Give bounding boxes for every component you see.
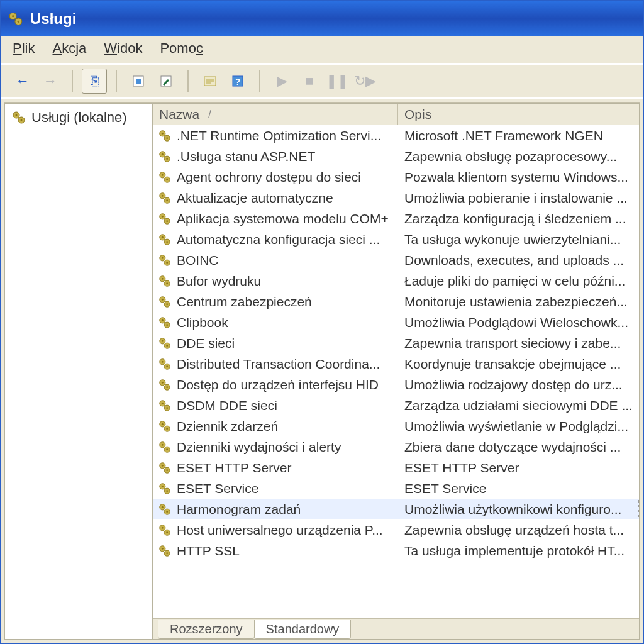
service-row[interactable]: Host uniwersalnego urządzenia P...Zapewn… [153, 519, 639, 540]
service-row[interactable]: Centrum zabezpieczeńMonitoruje ustawieni… [153, 291, 639, 312]
service-name: Agent ochrony dostępu do sieci [177, 170, 361, 185]
tree-root-item[interactable]: Usługi (lokalne) [9, 108, 148, 127]
gears-icon [158, 461, 172, 475]
service-name: ESET Service [177, 481, 258, 496]
menu-file[interactable]: Plik [13, 40, 35, 57]
stop-button[interactable]: ■ [297, 69, 322, 94]
client-area: Usługi (lokalne) Nazwa / Opis .NET Runti… [4, 102, 640, 640]
column-headers: Nazwa / Opis [153, 104, 639, 125]
service-name: DSDM DDE sieci [177, 398, 277, 413]
gears-icon [158, 170, 172, 184]
service-row[interactable]: Dostęp do urządzeń interfejsu HIDUmożliw… [153, 374, 639, 395]
service-desc: Zarządza udziałami sieciowymi DDE ... [398, 398, 639, 413]
gears-icon [158, 233, 172, 247]
service-row[interactable]: Agent ochrony dostępu do sieciPozwala kl… [153, 167, 639, 187]
back-button[interactable]: ← [10, 69, 35, 94]
forward-button[interactable]: → [38, 69, 63, 94]
gears-icon [158, 378, 172, 392]
service-name: Bufor wydruku [177, 274, 261, 289]
gears-icon [158, 357, 172, 371]
menu-help[interactable]: Pomoc [160, 40, 203, 57]
gears-icon [158, 544, 172, 558]
service-row[interactable]: .NET Runtime Optimization Servi...Micros… [153, 125, 639, 146]
gears-icon [158, 399, 172, 413]
service-row[interactable]: ESET ServiceESET Service [153, 478, 639, 499]
restart-button[interactable]: ↻▶ [352, 69, 377, 94]
export-button[interactable] [153, 69, 179, 94]
service-row[interactable]: DSDM DDE sieciZarządza udziałami sieciow… [153, 395, 639, 416]
service-row[interactable]: HTTP SSLTa usługa implementuje protokół … [153, 540, 639, 561]
service-desc: Umożliwia rodzajowy dostęp do urz... [398, 377, 639, 392]
tree-panel[interactable]: Usługi (lokalne) [4, 103, 152, 640]
service-name: Distributed Transaction Coordina... [177, 357, 380, 372]
service-desc: Zapewnia obsługę urządzeń hosta t... [398, 523, 639, 538]
service-name: Host uniwersalnego urządzenia P... [177, 523, 383, 538]
service-desc: Zarządza konfiguracją i śledzeniem ... [398, 211, 639, 226]
service-name: Automatyczna konfiguracja sieci ... [177, 232, 380, 247]
service-name: Aktualizacje automatyczne [177, 191, 333, 206]
service-name: Aplikacja systemowa modelu COM+ [177, 211, 389, 226]
service-desc: ESET HTTP Server [398, 460, 639, 475]
service-row[interactable]: Aktualizacje automatyczneUmożliwia pobie… [153, 187, 639, 208]
service-desc: Zapewnia obsługę pozaprocesowy... [398, 149, 639, 164]
service-desc: Umożliwia użytkownikowi konfiguro... [398, 502, 639, 517]
tab-extended[interactable]: Rozszerzony [158, 620, 255, 639]
service-name: ESET HTTP Server [177, 460, 291, 475]
service-row[interactable]: DDE sieciZapewnia transport sieciowy i z… [153, 333, 639, 353]
service-name: DDE sieci [177, 336, 235, 351]
service-name: Centrum zabezpieczeń [177, 294, 312, 309]
service-desc: Downloads, executes, and uploads ... [398, 253, 639, 268]
service-row[interactable]: BOINCDownloads, executes, and uploads ..… [153, 250, 639, 270]
service-row[interactable]: Dziennik zdarzeńUmożliwia wyświetlanie w… [153, 416, 639, 436]
service-desc: Umożliwia Podglądowi Wieloschowk... [398, 315, 639, 330]
tree-root-label: Usługi (lokalne) [31, 109, 127, 126]
service-name: .NET Runtime Optimization Servi... [177, 128, 381, 143]
column-name-header[interactable]: Nazwa / [153, 104, 398, 125]
gears-icon [158, 129, 172, 143]
gears-icon [11, 110, 26, 125]
service-row[interactable]: ClipbookUmożliwia Podglądowi Wieloschowk… [153, 312, 639, 333]
service-name: Dostęp do urządzeń interfejsu HID [177, 377, 379, 392]
service-name: HTTP SSL [177, 543, 240, 558]
toolbar-separator [187, 70, 189, 92]
help-button[interactable]: ? [225, 69, 250, 94]
list-panel: Nazwa / Opis .NET Runtime Optimization S… [152, 103, 640, 640]
service-desc: Koordynuje transakcje obejmujące ... [398, 357, 639, 372]
sort-indicator: / [208, 109, 211, 120]
service-name: Clipbook [177, 315, 228, 330]
service-row[interactable]: Distributed Transaction Coordina...Koord… [153, 353, 639, 374]
service-list[interactable]: .NET Runtime Optimization Servi...Micros… [153, 125, 639, 618]
tab-standard[interactable]: Standardowy [254, 620, 352, 639]
service-desc: Zapewnia transport sieciowy i zabe... [398, 336, 639, 351]
service-name: Dziennik zdarzeń [177, 419, 278, 434]
service-row[interactable]: .Usługa stanu ASP.NETZapewnia obsługę po… [153, 146, 639, 167]
toolbar: ← → ⎘ ? ▶ ■ ❚❚ ↻▶ [1, 65, 643, 99]
titlebar[interactable]: Usługi [1, 1, 643, 36]
refresh-button[interactable] [126, 69, 151, 94]
service-desc: Umożliwia pobieranie i instalowanie ... [398, 191, 639, 206]
menu-view[interactable]: Widok [104, 40, 142, 57]
gears-icon [158, 482, 172, 496]
service-row[interactable]: Automatyczna konfiguracja sieci ...Ta us… [153, 229, 639, 250]
menu-action[interactable]: Akcja [52, 40, 86, 57]
service-row[interactable]: ESET HTTP ServerESET HTTP Server [153, 457, 639, 478]
toolbar-separator [116, 70, 117, 92]
view-tabs: Rozszerzony Standardowy [153, 618, 639, 639]
service-row[interactable]: Dzienniki wydajności i alertyZbiera dane… [153, 436, 639, 457]
app-icon [8, 11, 24, 27]
service-name: BOINC [177, 253, 219, 268]
toolbar-separator [259, 70, 260, 92]
start-button[interactable]: ▶ [269, 69, 294, 94]
service-row[interactable]: Aplikacja systemowa modelu COM+Zarządza … [153, 208, 639, 229]
up-button[interactable]: ⎘ [82, 69, 107, 94]
pause-button[interactable]: ❚❚ [325, 69, 350, 94]
window-title: Usługi [30, 10, 76, 28]
service-name: Harmonogram zadań [177, 502, 301, 517]
properties-button[interactable] [197, 69, 223, 94]
service-row[interactable]: Bufor wydrukuŁaduje pliki do pamięci w c… [153, 270, 639, 291]
gears-icon [158, 502, 172, 516]
gears-icon [158, 253, 172, 267]
column-desc-header[interactable]: Opis [398, 104, 639, 125]
service-row[interactable]: Harmonogram zadańUmożliwia użytkownikowi… [153, 499, 639, 519]
service-name: .Usługa stanu ASP.NET [177, 149, 315, 164]
